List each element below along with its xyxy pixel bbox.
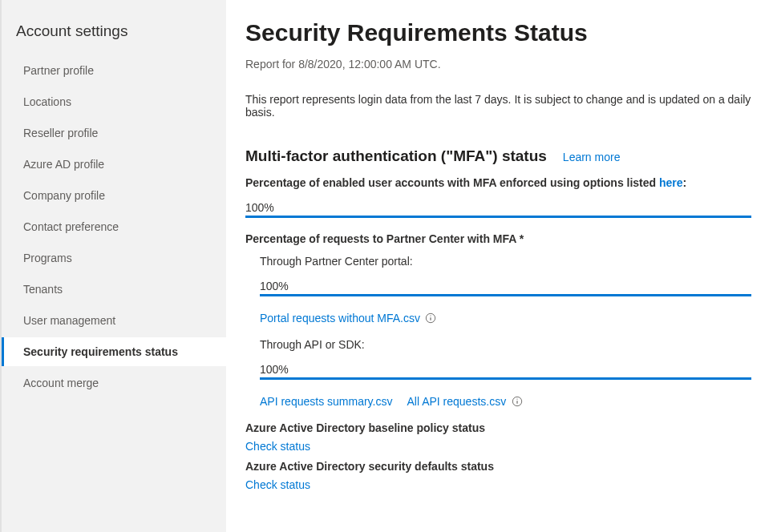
report-line: Report for 8/8/2020, 12:00:00 AM UTC. <box>245 58 751 71</box>
portal-progress: 100% <box>260 277 751 296</box>
report-timestamp: 8/8/2020, 12:00:00 AM UTC. <box>298 58 440 71</box>
security-defaults-title: Azure Active Directory security defaults… <box>245 460 751 473</box>
sidebar-item-label: Security requirements status <box>23 345 178 358</box>
report-description: This report represents login data from t… <box>245 93 751 119</box>
sidebar-item-security-requirements-status[interactable]: Security requirements status <box>2 337 226 366</box>
api-progress: 100% <box>260 361 751 380</box>
sidebar-item-label: Account merge <box>23 377 99 389</box>
info-icon[interactable] <box>425 312 436 324</box>
portal-csv-wrapper: Portal requests without MFA.csv <box>260 311 436 325</box>
sidebar-item-reseller-profile[interactable]: Reseller profile <box>2 119 226 147</box>
all-api-csv-wrapper: All API requests.csv <box>407 394 522 409</box>
baseline-policy-title: Azure Active Directory baseline policy s… <box>245 421 751 434</box>
sidebar-item-label: Programs <box>23 252 72 264</box>
portal-csv-link[interactable]: Portal requests without MFA.csv <box>260 312 420 324</box>
portal-label: Through Partner Center portal: <box>260 255 751 268</box>
options-here-link[interactable]: here <box>659 176 683 189</box>
defaults-check-status-link[interactable]: Check status <box>245 478 310 491</box>
sidebar-item-user-management[interactable]: User management <box>2 306 226 335</box>
page-title: Security Requirements Status <box>245 19 751 46</box>
sidebar-item-label: Reseller profile <box>23 127 98 139</box>
sidebar-item-locations[interactable]: Locations <box>2 87 226 116</box>
sidebar-item-tenants[interactable]: Tenants <box>2 275 226 304</box>
main-content: Security Requirements Status Report for … <box>226 0 777 532</box>
sidebar-item-label: Company profile <box>23 189 105 202</box>
sidebar-item-label: Partner profile <box>23 64 94 77</box>
api-value: 100% <box>260 363 289 376</box>
info-icon[interactable] <box>512 396 523 407</box>
enabled-accounts-progress: 100% <box>245 199 751 218</box>
sidebar: Account settings Partner profile Locatio… <box>0 0 226 532</box>
sidebar-item-partner-profile[interactable]: Partner profile <box>2 56 226 85</box>
baseline-check-status-link[interactable]: Check status <box>245 440 310 453</box>
sidebar-item-contact-preference[interactable]: Contact preference <box>2 212 226 241</box>
api-summary-csv-link[interactable]: API requests summary.csv <box>260 395 392 408</box>
requests-label: Percentage of requests to Partner Center… <box>245 232 751 245</box>
sidebar-item-label: Tenants <box>23 283 63 296</box>
sidebar-item-label: Contact preference <box>23 220 119 233</box>
api-label: Through API or SDK: <box>260 338 751 351</box>
mfa-heading-row: Multi-factor authentication ("MFA") stat… <box>245 147 751 165</box>
svg-point-2 <box>431 315 431 316</box>
enabled-accounts-label: Percentage of enabled user accounts with… <box>245 176 751 189</box>
sidebar-item-account-merge[interactable]: Account merge <box>2 369 226 397</box>
mfa-heading: Multi-factor authentication ("MFA") stat… <box>245 147 547 165</box>
svg-point-5 <box>516 398 517 399</box>
report-prefix: Report for <box>245 58 298 71</box>
all-api-csv-link[interactable]: All API requests.csv <box>407 395 506 408</box>
learn-more-link[interactable]: Learn more <box>563 151 621 163</box>
enabled-accounts-value: 100% <box>245 201 274 214</box>
portal-value: 100% <box>260 280 289 292</box>
sidebar-item-label: Azure AD profile <box>23 158 104 171</box>
sidebar-item-company-profile[interactable]: Company profile <box>2 181 226 210</box>
sidebar-title: Account settings <box>2 22 226 56</box>
sidebar-item-label: User management <box>23 314 115 327</box>
sidebar-item-azure-ad-profile[interactable]: Azure AD profile <box>2 150 226 179</box>
sidebar-item-programs[interactable]: Programs <box>2 244 226 272</box>
sidebar-item-label: Locations <box>23 95 71 108</box>
